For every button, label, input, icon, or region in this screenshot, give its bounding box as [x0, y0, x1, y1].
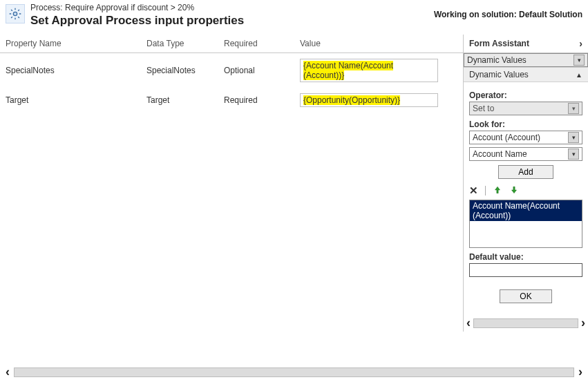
row-name: SpecialNotes — [0, 63, 141, 78]
row-required: Required — [218, 93, 294, 108]
svg-point-0 — [13, 12, 17, 15]
token: {Account Name(Account (Account))} — [303, 61, 393, 80]
lookfor-entity-select[interactable]: Account (Account) ▾ — [469, 131, 582, 144]
collapse-icon[interactable]: ▲ — [576, 71, 582, 79]
ok-button[interactable]: OK — [500, 289, 551, 303]
token: {Opportunity(Opportunity)} — [303, 95, 400, 105]
row-name: Target — [0, 93, 141, 108]
list-item[interactable]: Account Name(Account (Account)) — [470, 200, 582, 221]
form-assistant-panel: Form Assistant › Dynamic Values ▾ Dynami… — [463, 35, 588, 332]
move-up-icon[interactable] — [493, 185, 502, 197]
operator-value: Set to — [473, 104, 494, 113]
chevron-down-icon: ▾ — [568, 149, 579, 160]
working-on-solution: Working on solution: Default Solution — [434, 3, 582, 19]
property-row[interactable]: SpecialNotes SpecialNotes Optional {Acco… — [0, 53, 463, 88]
col-required: Required — [218, 35, 294, 52]
operator-select[interactable]: Set to ▾ — [469, 102, 582, 115]
chevron-right-icon[interactable]: › — [579, 38, 582, 49]
default-value-label: Default value: — [469, 252, 582, 262]
scroll-left-icon[interactable]: ‹ — [6, 365, 10, 379]
col-data-type: Data Type — [141, 35, 218, 52]
scrollbar-horizontal[interactable] — [14, 367, 574, 377]
col-property-name: Property Name — [0, 35, 141, 52]
row-type: SpecialNotes — [141, 63, 218, 78]
chevron-down-icon: ▾ — [568, 132, 579, 143]
col-value: Value — [294, 35, 463, 52]
operator-label: Operator: — [469, 90, 582, 100]
lookfor-entity-value: Account (Account) — [473, 133, 540, 142]
lookfor-attribute-select[interactable]: Account Name ▾ — [469, 147, 582, 161]
page-title: Set Approval Process input properties — [30, 14, 244, 28]
separator — [485, 186, 486, 195]
row-required: Optional — [218, 63, 294, 78]
selected-items-list[interactable]: Account Name(Account (Account)) — [469, 200, 582, 248]
move-down-icon[interactable] — [509, 185, 519, 197]
value-input[interactable]: {Account Name(Account (Account))} — [300, 59, 438, 82]
form-assistant-title: Form Assistant — [469, 39, 529, 48]
assistant-mode-value: Dynamic Values — [467, 55, 527, 65]
process-icon — [6, 4, 25, 23]
property-row[interactable]: Target Target Required {Opportunity(Oppo… — [0, 88, 463, 113]
add-button[interactable]: Add — [498, 165, 553, 179]
lookfor-label: Look for: — [469, 120, 582, 129]
lookfor-attribute-value: Account Name — [473, 149, 527, 159]
scroll-left-icon[interactable]: ‹ — [466, 316, 471, 330]
properties-grid: Property Name Data Type Required Value S… — [0, 35, 463, 332]
scroll-right-icon[interactable]: › — [581, 316, 585, 330]
assistant-mode-select[interactable]: Dynamic Values ▾ — [464, 53, 588, 67]
default-value-input[interactable] — [469, 263, 582, 277]
chevron-down-icon: ▾ — [568, 103, 579, 114]
scroll-right-icon[interactable]: › — [578, 365, 582, 379]
section-title: Dynamic Values — [469, 70, 529, 79]
process-line: Process: Require Approval if discount > … — [30, 3, 244, 12]
remove-icon[interactable]: ✕ — [469, 184, 478, 197]
value-input[interactable]: {Opportunity(Opportunity)} — [300, 93, 438, 107]
scrollbar-horizontal[interactable] — [473, 318, 578, 328]
row-type: Target — [141, 93, 218, 108]
chevron-down-icon: ▾ — [573, 55, 585, 66]
